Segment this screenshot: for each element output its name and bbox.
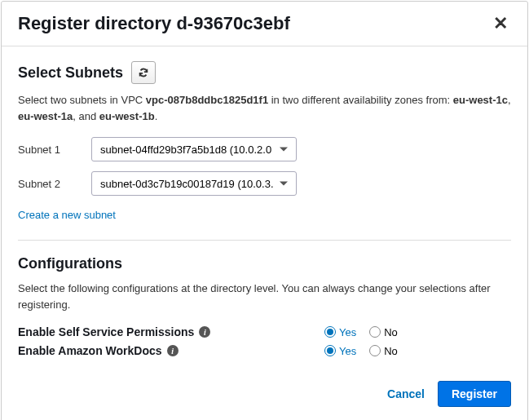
self-service-no-radio[interactable] (369, 326, 381, 338)
subnet2-label: Subnet 2 (18, 178, 91, 190)
workdocs-no-radio[interactable] (369, 345, 381, 356)
subnets-title: Select Subnets (18, 64, 123, 82)
workdocs-yes-label[interactable]: Yes (339, 345, 356, 357)
register-directory-modal: Register directory d-93670c3ebf ✕ Select… (1, 1, 528, 420)
self-service-row: Enable Self Service Permissions i Yes No (18, 325, 511, 338)
subnet2-value: subnet-0d3c7b19c00187d19 (10.0.3. (100, 178, 274, 190)
workdocs-radio-group: Yes No (320, 345, 403, 357)
section-divider (18, 240, 511, 241)
self-service-yes-radio[interactable] (324, 326, 336, 338)
create-subnet-link[interactable]: Create a new subnet (18, 209, 116, 221)
subnet1-value: subnet-04ffd29b3f7a5b1d8 (10.0.2.0 (100, 144, 271, 156)
workdocs-row: Enable Amazon WorkDocs i Yes No (18, 344, 511, 357)
self-service-radio-group: Yes No (320, 326, 403, 338)
configurations-description: Select the following configurations at t… (18, 281, 511, 312)
az-3: eu-west-1b (99, 110, 155, 122)
refresh-button[interactable] (131, 61, 156, 84)
modal-body: Select Subnets Select two subnets in VPC… (2, 46, 527, 366)
subnet2-select[interactable]: subnet-0d3c7b19c00187d19 (10.0.3. (91, 171, 297, 196)
vpc-id: vpc-087b8ddbc1825d1f1 (146, 94, 268, 106)
subnets-section-header: Select Subnets (18, 61, 511, 84)
register-button[interactable]: Register (438, 381, 511, 407)
workdocs-yes-radio[interactable] (324, 345, 336, 356)
self-service-yes-label[interactable]: Yes (339, 326, 356, 338)
az-1: eu-west-1c (453, 94, 508, 106)
workdocs-label: Enable Amazon WorkDocs i (18, 344, 320, 357)
refresh-icon (138, 67, 149, 78)
self-service-no-label[interactable]: No (384, 326, 398, 338)
cancel-button[interactable]: Cancel (387, 387, 425, 400)
configurations-title: Configurations (18, 255, 511, 272)
info-icon[interactable]: i (199, 326, 210, 338)
modal-title: Register directory d-93670c3ebf (18, 13, 290, 34)
self-service-label: Enable Self Service Permissions i (18, 325, 320, 338)
modal-header: Register directory d-93670c3ebf ✕ (2, 2, 527, 46)
workdocs-no-label[interactable]: No (384, 345, 398, 357)
az-2: eu-west-1a (18, 110, 73, 122)
subnet1-select[interactable]: subnet-04ffd29b3f7a5b1d8 (10.0.2.0 (91, 137, 297, 161)
modal-footer: Cancel Register (2, 366, 527, 420)
subnets-description: Select two subnets in VPC vpc-087b8ddbc1… (18, 92, 511, 124)
subnet1-row: Subnet 1 subnet-04ffd29b3f7a5b1d8 (10.0.… (18, 137, 511, 161)
subnet1-label: Subnet 1 (18, 144, 91, 156)
subnet2-row: Subnet 2 subnet-0d3c7b19c00187d19 (10.0.… (18, 171, 511, 196)
info-icon[interactable]: i (167, 345, 179, 356)
close-icon[interactable]: ✕ (490, 13, 511, 34)
